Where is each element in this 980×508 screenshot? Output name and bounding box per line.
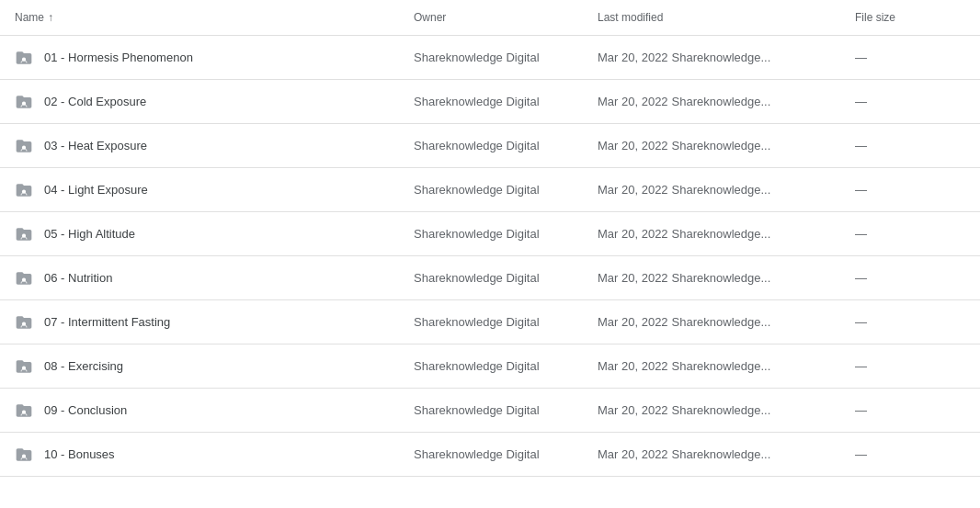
folder-name: 04 - Light Exposure — [44, 183, 148, 197]
folder-name: 09 - Conclusion — [44, 403, 127, 417]
table-row[interactable]: 09 - Conclusion Shareknowledge Digital M… — [0, 389, 980, 433]
modified-column-header[interactable]: Last modified — [598, 7, 855, 28]
modified-cell: Mar 20, 2022 Shareknowledge... — [598, 139, 855, 152]
filesize-cell: — — [855, 51, 965, 64]
table-row[interactable]: 03 - Heat Exposure Shareknowledge Digita… — [0, 124, 980, 168]
table-row[interactable]: 10 - Bonuses Shareknowledge Digital Mar … — [0, 433, 980, 477]
owner-column-header[interactable]: Owner — [414, 7, 598, 28]
folder-name: 08 - Exercising — [44, 359, 123, 373]
owner-cell: Shareknowledge Digital — [414, 403, 598, 417]
modified-date: Mar 20, 2022 — [598, 227, 668, 241]
table-row[interactable]: 08 - Exercising Shareknowledge Digital M… — [0, 344, 980, 389]
filesize-column-header[interactable]: File size — [855, 7, 965, 28]
modified-date: Mar 20, 2022 — [598, 95, 668, 108]
modified-cell: Mar 20, 2022 Shareknowledge... — [598, 227, 855, 241]
filesize-cell: — — [855, 447, 965, 461]
modified-date: Mar 20, 2022 — [598, 447, 668, 461]
table-row[interactable]: 01 - Hormesis Phenomenon Shareknowledge … — [0, 36, 980, 80]
name-cell: 03 - Heat Exposure — [15, 137, 414, 155]
modified-cell: Mar 20, 2022 Shareknowledge... — [598, 359, 855, 373]
owner-cell: Shareknowledge Digital — [414, 271, 598, 285]
folder-name: 07 - Intermittent Fasting — [44, 315, 170, 329]
owner-cell: Shareknowledge Digital — [414, 95, 598, 108]
modified-by: Shareknowledge... — [672, 359, 771, 373]
shared-folder-icon — [15, 357, 33, 376]
shared-folder-icon — [15, 401, 33, 420]
modified-header-label: Last modified — [598, 11, 663, 24]
owner-cell: Shareknowledge Digital — [414, 227, 598, 241]
modified-cell: Mar 20, 2022 Shareknowledge... — [598, 403, 855, 417]
name-cell: 07 - Intermittent Fasting — [15, 313, 414, 332]
table-row[interactable]: 06 - Nutrition Shareknowledge Digital Ma… — [0, 256, 980, 300]
filesize-cell: — — [855, 139, 965, 152]
modified-date: Mar 20, 2022 — [598, 315, 668, 329]
name-header-label: Name — [15, 11, 44, 24]
modified-by: Shareknowledge... — [672, 227, 771, 241]
shared-folder-icon — [15, 137, 33, 155]
table-row[interactable]: 04 - Light Exposure Shareknowledge Digit… — [0, 168, 980, 212]
modified-by: Shareknowledge... — [672, 271, 771, 285]
owner-cell: Shareknowledge Digital — [414, 447, 598, 461]
name-cell: 05 - High Altitude — [15, 225, 414, 243]
modified-cell: Mar 20, 2022 Shareknowledge... — [598, 447, 855, 461]
name-cell: 02 - Cold Exposure — [15, 93, 414, 111]
shared-folder-icon — [15, 181, 33, 199]
shared-folder-icon — [15, 49, 33, 67]
owner-cell: Shareknowledge Digital — [414, 139, 598, 152]
filesize-cell: — — [855, 95, 965, 108]
table-row[interactable]: 02 - Cold Exposure Shareknowledge Digita… — [0, 80, 980, 124]
sort-ascending-icon: ↑ — [48, 11, 53, 24]
owner-cell: Shareknowledge Digital — [414, 51, 598, 64]
filesize-cell: — — [855, 183, 965, 197]
modified-date: Mar 20, 2022 — [598, 271, 668, 285]
modified-by: Shareknowledge... — [672, 51, 771, 64]
name-cell: 01 - Hormesis Phenomenon — [15, 49, 414, 67]
owner-cell: Shareknowledge Digital — [414, 183, 598, 197]
folder-name: 06 - Nutrition — [44, 271, 112, 285]
filesize-header-label: File size — [855, 11, 895, 24]
modified-cell: Mar 20, 2022 Shareknowledge... — [598, 95, 855, 108]
modified-date: Mar 20, 2022 — [598, 139, 668, 152]
filesize-cell: — — [855, 227, 965, 241]
folder-name: 03 - Heat Exposure — [44, 139, 147, 152]
name-cell: 08 - Exercising — [15, 357, 414, 376]
shared-folder-icon — [15, 313, 33, 332]
table-row[interactable]: 05 - High Altitude Shareknowledge Digita… — [0, 212, 980, 256]
name-cell: 06 - Nutrition — [15, 269, 414, 288]
folder-name: 05 - High Altitude — [44, 227, 135, 241]
modified-cell: Mar 20, 2022 Shareknowledge... — [598, 271, 855, 285]
folder-name: 10 - Bonuses — [44, 447, 115, 461]
modified-date: Mar 20, 2022 — [598, 403, 668, 417]
modified-date: Mar 20, 2022 — [598, 183, 668, 197]
modified-date: Mar 20, 2022 — [598, 51, 668, 64]
folder-name: 02 - Cold Exposure — [44, 95, 146, 108]
table-row[interactable]: 07 - Intermittent Fasting Shareknowledge… — [0, 300, 980, 344]
file-table: Name ↑ Owner Last modified File size — [0, 0, 980, 508]
modified-cell: Mar 20, 2022 Shareknowledge... — [598, 183, 855, 197]
filesize-cell: — — [855, 403, 965, 417]
shared-folder-icon — [15, 225, 33, 243]
owner-cell: Shareknowledge Digital — [414, 359, 598, 373]
modified-by: Shareknowledge... — [672, 447, 771, 461]
table-body: 01 - Hormesis Phenomenon Shareknowledge … — [0, 36, 980, 477]
name-cell: 04 - Light Exposure — [15, 181, 414, 199]
modified-date: Mar 20, 2022 — [598, 359, 668, 373]
modified-by: Shareknowledge... — [672, 139, 771, 152]
shared-folder-icon — [15, 446, 33, 464]
modified-by: Shareknowledge... — [672, 183, 771, 197]
shared-folder-icon — [15, 93, 33, 111]
folder-name: 01 - Hormesis Phenomenon — [44, 51, 193, 64]
owner-cell: Shareknowledge Digital — [414, 315, 598, 329]
filesize-cell: — — [855, 315, 965, 329]
name-cell: 09 - Conclusion — [15, 401, 414, 420]
shared-folder-icon — [15, 269, 33, 288]
table-header: Name ↑ Owner Last modified File size — [0, 0, 980, 36]
modified-by: Shareknowledge... — [672, 95, 771, 108]
modified-cell: Mar 20, 2022 Shareknowledge... — [598, 51, 855, 64]
modified-cell: Mar 20, 2022 Shareknowledge... — [598, 315, 855, 329]
filesize-cell: — — [855, 359, 965, 373]
name-cell: 10 - Bonuses — [15, 446, 414, 464]
name-column-header[interactable]: Name ↑ — [15, 7, 414, 28]
modified-by: Shareknowledge... — [672, 315, 771, 329]
owner-header-label: Owner — [414, 11, 446, 24]
